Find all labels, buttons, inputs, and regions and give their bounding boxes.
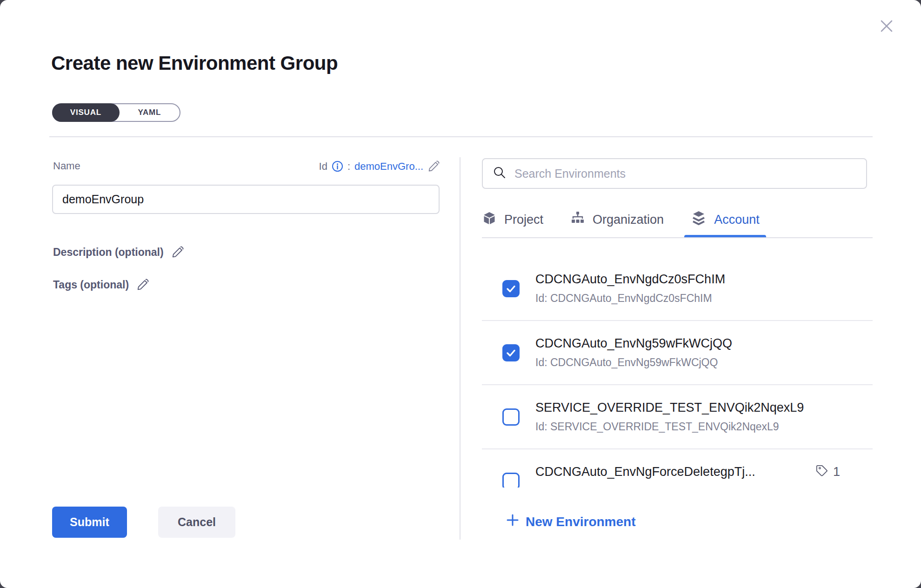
environment-list: CDCNGAuto_EnvNgdCz0sFChIM Id: CDCNGAuto_… — [482, 238, 873, 488]
edit-id-pencil-icon[interactable] — [427, 160, 440, 173]
close-button[interactable] — [876, 17, 897, 37]
check-icon — [505, 347, 517, 359]
cube-icon — [482, 211, 497, 229]
edit-tags-pencil-icon[interactable] — [136, 278, 149, 291]
tags-label: Tags (optional) — [53, 279, 129, 291]
search-environments-input[interactable] — [514, 167, 857, 180]
environment-checkbox[interactable] — [502, 408, 520, 426]
tab-account-label: Account — [714, 213, 760, 227]
id-label: Id — [319, 160, 327, 173]
environment-checkbox[interactable] — [502, 280, 520, 297]
panel-divider — [460, 157, 460, 540]
plus-icon — [506, 514, 519, 530]
id-value-link[interactable]: demoEnvGro... — [354, 160, 423, 173]
org-chart-icon — [570, 211, 585, 229]
environment-row[interactable]: CDCNGAuto_EnvNgForceDeletegpTj... 1 I — [482, 449, 873, 488]
tab-project[interactable]: Project — [482, 208, 543, 237]
tags-row: Tags (optional) — [53, 278, 149, 291]
layers-icon — [691, 210, 707, 229]
search-icon — [492, 165, 507, 182]
environment-row[interactable]: CDCNGAuto_EnvNg59wFkWCjQQ Id: CDCNGAuto_… — [482, 321, 873, 385]
tab-organization-label: Organization — [593, 213, 664, 227]
environment-id: Id: CDCNGAuto_EnvNgdCz0sFChIM — [535, 292, 873, 305]
environment-row[interactable]: CDCNGAuto_EnvNgdCz0sFChIM Id: CDCNGAuto_… — [482, 257, 873, 321]
environment-checkbox[interactable] — [502, 344, 520, 361]
tag-count-badge: 1 — [814, 463, 840, 481]
new-environment-button[interactable]: New Environment — [506, 514, 635, 530]
tag-icon — [814, 463, 829, 481]
page-title: Create new Environment Group — [51, 52, 338, 74]
environment-row[interactable]: SERVICE_OVERRIDE_TEST_ENVQik2NqexL9 Id: … — [482, 385, 873, 449]
search-environments-box — [482, 158, 867, 189]
toggle-yaml[interactable]: YAML — [120, 104, 180, 121]
edit-description-pencil-icon[interactable] — [171, 246, 184, 259]
environment-id: Id: CDCNGAuto_EnvNgForceDeletegpTjXNSYC — [535, 487, 873, 488]
name-input[interactable] — [52, 185, 440, 214]
environment-name: CDCNGAuto_EnvNgForceDeletegpTj... — [535, 465, 755, 479]
check-icon — [505, 283, 517, 294]
id-separator: : — [347, 160, 350, 173]
environment-checkbox[interactable] — [502, 473, 520, 488]
description-row: Description (optional) — [53, 246, 184, 259]
scope-tabs: Project Organization — [482, 208, 873, 237]
screen: Create new Environment Group VISUAL YAML… — [0, 0, 921, 588]
tab-project-label: Project — [504, 213, 543, 227]
environment-id: Id: SERVICE_OVERRIDE_TEST_ENVQik2NqexL9 — [535, 421, 873, 433]
name-label: Name — [53, 160, 80, 172]
tag-count: 1 — [833, 465, 840, 479]
environment-name: CDCNGAuto_EnvNgdCz0sFChIM — [535, 272, 725, 287]
description-label: Description (optional) — [53, 246, 164, 259]
visual-yaml-toggle: VISUAL YAML — [52, 103, 180, 122]
cancel-button[interactable]: Cancel — [158, 507, 235, 538]
tab-organization[interactable]: Organization — [570, 208, 664, 237]
environment-name: CDCNGAuto_EnvNg59wFkWCjQQ — [535, 336, 732, 351]
header-divider — [49, 136, 873, 137]
tab-account[interactable]: Account — [691, 208, 760, 237]
close-icon — [877, 17, 896, 37]
create-environment-group-modal: Create new Environment Group VISUAL YAML… — [0, 0, 921, 588]
id-row: Id : demoEnvGro... — [260, 160, 440, 173]
new-environment-label: New Environment — [526, 514, 635, 529]
environment-name: SERVICE_OVERRIDE_TEST_ENVQik2NqexL9 — [535, 401, 804, 415]
environment-id: Id: CDCNGAuto_EnvNg59wFkWCjQQ — [535, 356, 873, 369]
info-icon[interactable] — [332, 160, 343, 172]
toggle-visual[interactable]: VISUAL — [52, 103, 120, 122]
submit-button[interactable]: Submit — [52, 507, 127, 538]
